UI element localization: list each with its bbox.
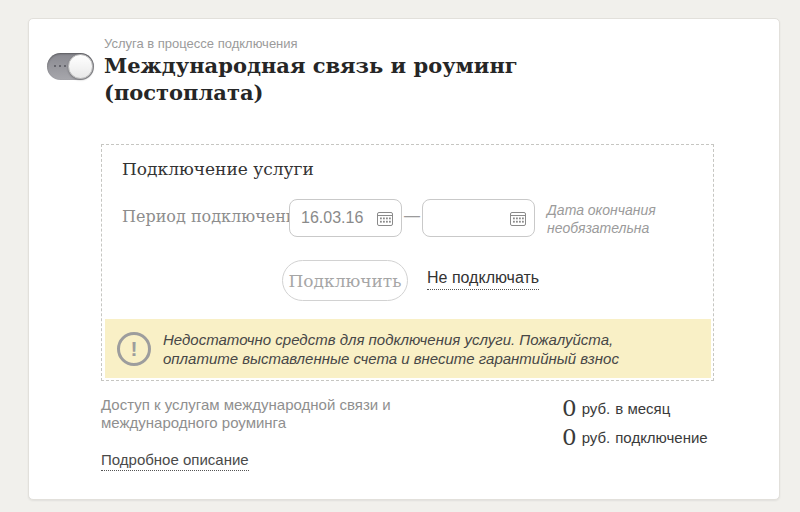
price-amount: 0 <box>562 395 577 421</box>
toggle-dots-icon <box>54 65 66 67</box>
end-date-field[interactable] <box>422 199 535 237</box>
cancel-link[interactable]: Не подключать <box>427 269 539 290</box>
date-range-dash: — <box>404 207 420 225</box>
details-link[interactable]: Подробное описание <box>101 451 249 471</box>
exclamation-icon: ! <box>117 332 151 366</box>
service-card: Услуга в процессе подключения Международ… <box>28 18 780 500</box>
start-date-field[interactable] <box>289 199 402 237</box>
end-date-note: Дата окончания необязательна <box>547 201 687 237</box>
price-period: подключение <box>615 429 707 446</box>
toggle-knob[interactable] <box>68 54 93 79</box>
service-description: Доступ к услугам международной связи и м… <box>101 396 461 432</box>
price-amount: 0 <box>562 424 577 450</box>
price-unit: руб. <box>582 429 611 446</box>
service-title: Международная связь и роуминг (постоплат… <box>104 52 564 106</box>
end-date-input[interactable] <box>434 209 508 227</box>
warning-banner: ! Недостаточно средств для подключения у… <box>105 319 711 378</box>
warning-text: Недостаточно средств для подключения усл… <box>163 330 683 368</box>
price-monthly: 0руб.в месяц <box>562 395 670 421</box>
service-toggle[interactable] <box>47 53 94 80</box>
connection-form: Подключение услуги Период подключения — <box>101 144 714 381</box>
period-label: Период подключения <box>122 207 307 226</box>
connect-button[interactable]: Подключить <box>282 260 408 301</box>
service-status: Услуга в процессе подключения <box>104 36 298 51</box>
price-connection: 0руб.подключение <box>562 424 708 450</box>
start-date-input[interactable] <box>301 209 375 227</box>
calendar-icon[interactable] <box>377 211 393 226</box>
form-heading: Подключение услуги <box>122 159 314 179</box>
price-period: в месяц <box>615 400 670 417</box>
price-unit: руб. <box>582 400 611 417</box>
calendar-icon[interactable] <box>510 211 526 226</box>
